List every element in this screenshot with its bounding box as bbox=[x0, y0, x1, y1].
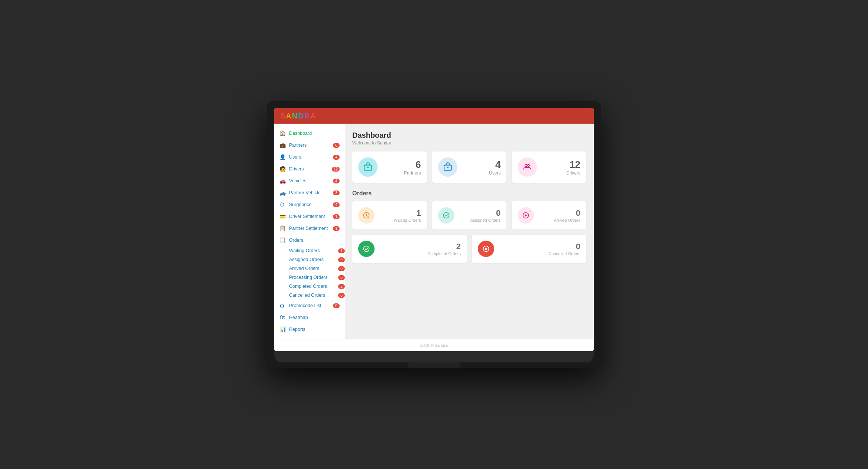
svg-point-5 bbox=[528, 165, 529, 166]
sidebar-item-heatmap[interactable]: 🗺 Heatmap bbox=[274, 312, 345, 323]
sidebar-item-users[interactable]: 👤 Users 4 bbox=[274, 151, 345, 163]
svg-point-4 bbox=[525, 165, 527, 166]
logo-letter-s: S bbox=[280, 112, 286, 120]
completed-orders-card[interactable]: 2 Completed Orders bbox=[352, 235, 467, 263]
logo-letter-d: D bbox=[298, 112, 304, 120]
svg-marker-9 bbox=[525, 214, 527, 217]
sidebar-label-partner-vehicle: Partner Vehicle bbox=[289, 190, 333, 195]
sidebar-item-assigned-orders[interactable]: Assigned Orders 0 bbox=[289, 255, 345, 264]
waiting-orders-badge: 1 bbox=[338, 248, 345, 253]
svg-point-7 bbox=[443, 213, 449, 218]
heatmap-icon: 🗺 bbox=[279, 315, 286, 320]
driver-settlement-badge: 1 bbox=[333, 214, 340, 219]
partners-card-icon bbox=[358, 157, 378, 177]
sidebar-item-orders[interactable]: 📑 Orders bbox=[274, 234, 345, 246]
arrived-orders-badge: 0 bbox=[338, 266, 345, 271]
sidebar-item-dashboard[interactable]: 🏠 Dashboard bbox=[274, 127, 345, 139]
logo-letter-n: N bbox=[292, 112, 298, 120]
partners-card-info: 6 Partners bbox=[383, 159, 421, 176]
completed-orders-card-label: Completed Orders bbox=[380, 251, 461, 256]
logo: SANDRA bbox=[280, 112, 317, 120]
sidebar-item-promocode[interactable]: 🎟 Promocode List 0 bbox=[274, 300, 345, 312]
sidebar-label-partners: Partners bbox=[289, 143, 333, 148]
waiting-orders-card-label: Waiting Orders bbox=[380, 218, 421, 222]
surgeprice-icon: ⏱ bbox=[279, 202, 286, 208]
sidebar: 🏠 Dashboard 💼 Partners 6 👤 Users 4 🧑 Dri… bbox=[274, 124, 345, 339]
cancelled-orders-info: 0 Cancelled Orders bbox=[499, 242, 580, 256]
orders-submenu: Waiting Orders 1 Assigned Orders 0 Arriv… bbox=[274, 246, 345, 300]
logo-letter-r: R bbox=[304, 112, 310, 120]
assigned-orders-badge: 0 bbox=[338, 257, 345, 262]
drivers-number: 12 bbox=[543, 159, 580, 170]
sidebar-item-surgeprice[interactable]: ⏱ Surgeprice 4 bbox=[274, 199, 345, 211]
partners-label: Partners bbox=[383, 170, 421, 176]
cancelled-orders-badge: 0 bbox=[338, 293, 345, 298]
assigned-orders-label: Assigned Orders bbox=[289, 257, 338, 262]
sidebar-item-cancelled-orders[interactable]: Cancelled Orders 0 bbox=[289, 291, 345, 300]
sidebar-item-partner-vehicle[interactable]: 🚙 Partner Vehicle 3 bbox=[274, 187, 345, 199]
sidebar-item-processing-orders[interactable]: Processing Orders 0 bbox=[289, 273, 345, 282]
drivers-card-icon bbox=[518, 157, 537, 177]
sidebar-item-partners[interactable]: 💼 Partners 6 bbox=[274, 139, 345, 151]
sidebar-item-drivers[interactable]: 🧑 Drivers 12 bbox=[274, 163, 345, 175]
arrived-orders-card-label: Arrived Orders bbox=[539, 218, 580, 222]
drivers-label: Drivers bbox=[543, 170, 580, 176]
orders-top-row: 1 Waiting Orders 0 bbox=[352, 201, 586, 229]
logo-letter-a1: A bbox=[286, 112, 292, 120]
waiting-orders-number: 1 bbox=[380, 208, 421, 218]
orders-icon: 📑 bbox=[279, 237, 286, 243]
partners-card[interactable]: 6 Partners bbox=[352, 152, 427, 183]
arrived-orders-info: 0 Arrived Orders bbox=[539, 208, 580, 222]
cancelled-orders-label: Cancelled Orders bbox=[289, 293, 338, 298]
processing-orders-badge: 0 bbox=[338, 275, 345, 280]
drivers-badge: 12 bbox=[332, 167, 340, 172]
vehicles-badge: 4 bbox=[333, 179, 340, 183]
surgeprice-badge: 4 bbox=[333, 202, 340, 207]
page-title: Dashboard bbox=[352, 131, 586, 140]
partner-vehicle-icon: 🚙 bbox=[279, 190, 286, 196]
assigned-orders-card[interactable]: 0 Assigned Orders bbox=[432, 201, 507, 229]
sidebar-item-driver-settlement[interactable]: 💳 Driver Settlement 1 bbox=[274, 211, 345, 222]
sidebar-item-waiting-orders[interactable]: Waiting Orders 1 bbox=[289, 246, 345, 255]
sidebar-label-surgeprice: Surgeprice bbox=[289, 202, 333, 207]
page-subtitle: Welcome to Sandra bbox=[352, 140, 586, 146]
svg-point-10 bbox=[364, 246, 369, 252]
completed-icon bbox=[358, 241, 375, 257]
top-bar: SANDRA bbox=[274, 108, 594, 124]
sidebar-label-promocode: Promocode List bbox=[289, 303, 333, 308]
svg-point-1 bbox=[367, 167, 369, 168]
waiting-orders-info: 1 Waiting Orders bbox=[380, 208, 421, 222]
arrived-orders-card[interactable]: 0 Arrived Orders bbox=[512, 201, 586, 229]
users-card[interactable]: 4 Users bbox=[432, 152, 507, 183]
sidebar-item-completed-orders[interactable]: Completed Orders 2 bbox=[289, 282, 345, 291]
reports-icon: 📊 bbox=[279, 326, 286, 332]
assigned-orders-info: 0 Assigned Orders bbox=[460, 208, 501, 222]
sidebar-label-heatmap: Heatmap bbox=[289, 315, 340, 320]
driver-settlement-icon: 💳 bbox=[279, 214, 286, 219]
cancelled-orders-number: 0 bbox=[499, 242, 580, 251]
sidebar-item-reports[interactable]: 📊 Reports bbox=[274, 323, 345, 335]
sidebar-label-driver-settlement: Driver Settlement bbox=[289, 214, 333, 219]
assigned-orders-card-label: Assigned Orders bbox=[460, 218, 501, 222]
cancelled-icon bbox=[478, 241, 494, 257]
sidebar-label-partner-settlement: Partner Settlement bbox=[289, 226, 333, 231]
sidebar-label-orders: Orders bbox=[289, 238, 340, 243]
vehicles-icon: 🚗 bbox=[279, 178, 286, 184]
cancelled-orders-card[interactable]: 0 Cancelled Orders bbox=[472, 235, 586, 263]
promocode-badge: 0 bbox=[333, 303, 340, 308]
sidebar-item-arrived-orders[interactable]: Arrived Orders 0 bbox=[289, 264, 345, 273]
promocode-icon: 🎟 bbox=[279, 303, 286, 309]
stats-cards-row: 6 Partners bbox=[352, 152, 586, 183]
orders-section-title: Orders bbox=[352, 190, 586, 197]
users-card-info: 4 Users bbox=[463, 159, 501, 176]
sidebar-item-vehicles[interactable]: 🚗 Vehicles 4 bbox=[274, 175, 345, 187]
partner-settlement-icon: 📋 bbox=[279, 225, 286, 231]
sidebar-label-dashboard: Dashboard bbox=[289, 131, 340, 136]
arrived-orders-label: Arrived Orders bbox=[289, 266, 338, 271]
sidebar-item-partner-settlement[interactable]: 📋 Partner Settlement 1 bbox=[274, 222, 345, 234]
waiting-orders-card[interactable]: 1 Waiting Orders bbox=[352, 201, 427, 229]
users-label: Users bbox=[463, 170, 501, 176]
cancelled-orders-card-label: Cancelled Orders bbox=[499, 251, 580, 256]
drivers-card[interactable]: 12 Drivers bbox=[512, 152, 586, 183]
partners-icon: 💼 bbox=[279, 142, 286, 148]
